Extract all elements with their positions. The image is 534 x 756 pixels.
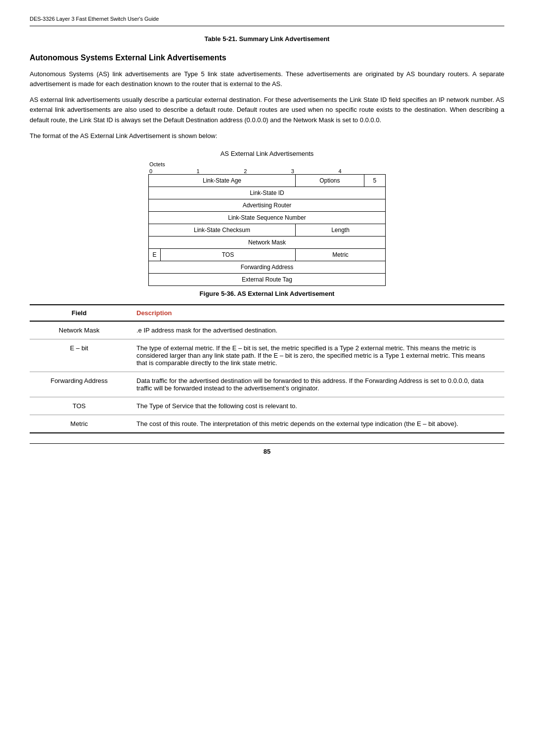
link-state-age: Link-State Age (149, 174, 296, 187)
paragraph-3: The format of the AS External Link Adver… (30, 131, 504, 141)
advertising-router: Advertising Router (149, 199, 386, 211)
forwarding-address: Forwarding Address (149, 261, 386, 273)
table-row: TOS The Type of Service that the followi… (30, 397, 504, 415)
page: DES-3326 Layer 3 Fast Ethernet Switch Us… (0, 0, 534, 756)
table-row: Metric The cost of this route. The inter… (30, 415, 504, 433)
table-row: Forwarding Address Data traffic for the … (30, 372, 504, 397)
header: DES-3326 Layer 3 Fast Ethernet Switch Us… (30, 15, 504, 26)
header-text: DES-3326 Layer 3 Fast Ethernet Switch Us… (30, 16, 159, 22)
diagram-row-4: Link-State Sequence Number (149, 211, 386, 224)
length: Length (295, 224, 385, 236)
external-route-tag: External Route Tag (149, 273, 386, 285)
paragraph-1: Autonomous Systems (AS) link advertiseme… (30, 69, 504, 89)
desc-tos: The Type of Service that the following c… (129, 397, 504, 415)
num-1: 1 (197, 168, 244, 174)
footer: 85 (30, 443, 504, 455)
diagram-row-8: Forwarding Address (149, 261, 386, 273)
diagram-row-1: Link-State Age Options 5 (149, 174, 386, 187)
diagram-table: Link-State Age Options 5 Link-State ID A… (148, 174, 386, 286)
field-e-bit: E – bit (30, 339, 129, 372)
table-row: E – bit The type of external metric. If … (30, 339, 504, 372)
figure-caption: Figure 5-36. AS External Link Advertisem… (30, 290, 504, 297)
e-bit: E (149, 248, 161, 261)
num-4: 4 (338, 168, 386, 174)
network-mask: Network Mask (149, 236, 386, 248)
field-metric: Metric (30, 415, 129, 433)
desc-metric: The cost of this route. The interpretati… (129, 415, 504, 433)
tos: TOS (161, 248, 296, 261)
field-forwarding-address: Forwarding Address (30, 372, 129, 397)
desc-network-mask: .e IP address mask for the advertised de… (129, 321, 504, 339)
diagram-numbers: 0 1 2 3 4 (148, 168, 386, 174)
description-table: Field Description Network Mask .e IP add… (30, 304, 504, 433)
diagram-octets: Octets (148, 161, 386, 167)
diagram-row-3: Advertising Router (149, 199, 386, 211)
diagram-row-9: External Route Tag (149, 273, 386, 285)
field-network-mask: Network Mask (30, 321, 129, 339)
section-heading: Autonomous Systems External Link Adverti… (30, 53, 504, 62)
desc-e-bit: The type of external metric. If the E – … (129, 339, 504, 372)
diagram-row-6: Network Mask (149, 236, 386, 248)
diagram-row-7: E TOS Metric (149, 248, 386, 261)
table-row: Network Mask .e IP address mask for the … (30, 321, 504, 339)
diagram-title: AS External Link Advertisements (148, 150, 386, 157)
link-state-checksum: Link-State Checksum (149, 224, 296, 236)
diagram-row-5: Link-State Checksum Length (149, 224, 386, 236)
paragraph-2: AS external link advertisements usually … (30, 95, 504, 125)
options: Options (295, 174, 364, 187)
link-state-seq: Link-State Sequence Number (149, 211, 386, 224)
col1-header: Field (30, 305, 129, 321)
desc-forwarding-address: Data traffic for the advertised destinat… (129, 372, 504, 397)
num-2: 2 (244, 168, 291, 174)
num-0: 0 (149, 168, 197, 174)
field-tos: TOS (30, 397, 129, 415)
col2-header: Description (129, 305, 504, 321)
num-3: 3 (291, 168, 339, 174)
page-number: 85 (264, 448, 270, 455)
table-title: Table 5-21. Summary Link Advertisement (30, 35, 504, 43)
diagram: AS External Link Advertisements Octets 0… (148, 150, 386, 286)
link-state-id: Link-State ID (149, 187, 386, 199)
desc-table-header: Field Description (30, 305, 504, 321)
five: 5 (364, 174, 385, 187)
diagram-row-2: Link-State ID (149, 187, 386, 199)
metric: Metric (295, 248, 385, 261)
